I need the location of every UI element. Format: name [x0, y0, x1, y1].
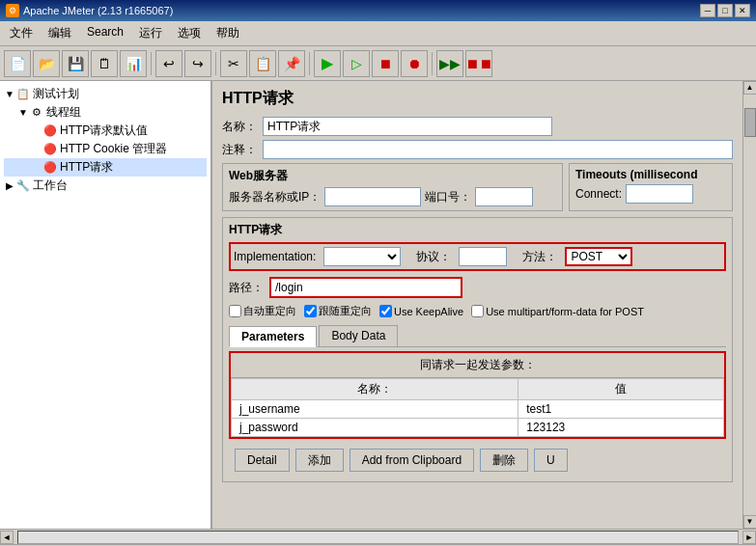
paste-button[interactable]: 📌	[278, 50, 305, 77]
implementation-select[interactable]: HttpClient4 Java	[323, 247, 401, 266]
new-button[interactable]: 📄	[4, 50, 31, 77]
close-button[interactable]: ✕	[735, 4, 750, 17]
server-label: 服务器名称或IP：	[229, 189, 321, 205]
redirect-checkbox[interactable]	[229, 305, 241, 317]
tab-parameters[interactable]: Parameters	[229, 326, 317, 347]
sep4	[432, 52, 433, 75]
stop-button[interactable]: ⏹	[372, 50, 399, 77]
follow-checkbox[interactable]	[304, 305, 317, 317]
comment-input[interactable]	[263, 140, 733, 159]
tabs-row: Parameters Body Data	[229, 325, 726, 347]
httpreq-icon: 🔴	[42, 160, 58, 176]
maximize-button[interactable]: □	[717, 4, 733, 17]
play-button[interactable]: ▶	[314, 50, 341, 77]
scroll-right-arrow[interactable]: ►	[742, 531, 756, 544]
httpcookie-icon: 🔴	[42, 142, 58, 157]
delete-button[interactable]: 删除	[480, 449, 528, 472]
export-button[interactable]: 📊	[120, 50, 147, 77]
tab-bodydata[interactable]: Body Data	[319, 325, 398, 346]
tree-item-threadgroup[interactable]: ▼ ⚙ 线程组	[4, 103, 207, 122]
keepalive-checkbox[interactable]	[379, 305, 392, 317]
tree-item-workbench[interactable]: ▶ 🔧 工作台	[4, 177, 207, 195]
menubar: 文件编辑Search运行选项帮助	[0, 21, 756, 46]
redo-button[interactable]: ↪	[184, 50, 211, 77]
expand-icon: ▼	[4, 89, 15, 99]
connect-label: Connect:	[575, 187, 622, 201]
scroll-down-arrow[interactable]: ▼	[743, 515, 757, 529]
titlebar-controls[interactable]: ─ □ ✕	[700, 4, 750, 17]
play-check-button[interactable]: ▷	[343, 50, 370, 77]
saveas-button[interactable]: 🗒	[91, 50, 118, 77]
tree-item-httpdefault[interactable]: 🔴 HTTP请求默认值	[4, 122, 207, 140]
multipart-checkbox[interactable]	[471, 305, 484, 317]
copy-button[interactable]: 📋	[249, 50, 276, 77]
param-name-1: j_password	[232, 419, 518, 437]
h-scrollbar-track[interactable]	[17, 531, 739, 544]
cut-button[interactable]: ✂	[220, 50, 247, 77]
sep2	[215, 52, 216, 75]
port-input[interactable]	[475, 187, 533, 206]
param-row-0: j_username test1	[232, 400, 724, 419]
minimize-button[interactable]: ─	[700, 4, 715, 17]
menubar-item-运行[interactable]: 运行	[133, 23, 168, 43]
up-button[interactable]: U	[534, 449, 568, 472]
comment-label: 注释：	[222, 142, 257, 158]
main-layout: ▼ 📋 测试计划 ▼ ⚙ 线程组 🔴 HTTP请求默认值 🔴 HTTP Cook…	[0, 81, 756, 529]
menubar-item-编辑[interactable]: 编辑	[42, 23, 77, 43]
keepalive-checkbox-label[interactable]: Use KeepAlive	[379, 305, 463, 317]
protocol-label: 协议：	[416, 249, 451, 265]
add-from-clipboard-button[interactable]: Add from Clipboard	[350, 449, 474, 472]
window-title: Apache JMeter (2.13 r1665067)	[23, 5, 173, 16]
menubar-item-帮助[interactable]: 帮助	[210, 23, 245, 43]
params-header: 同请求一起发送参数：	[231, 353, 724, 378]
tree-label-workbench: 工作台	[33, 177, 68, 194]
stop-now-button[interactable]: ⏺	[401, 50, 428, 77]
httpdefault-icon: 🔴	[42, 123, 58, 139]
path-input[interactable]	[269, 277, 462, 298]
name-input[interactable]	[263, 117, 552, 136]
checkbox-row: 自动重定向 跟随重定向 Use KeepAlive Use multipart/…	[229, 301, 726, 321]
toolbar: 📄 📂 💾 🗒 📊 ↩ ↪ ✂ 📋 📌 ▶ ▷ ⏹ ⏺ ▶▶ ⏹⏹	[0, 46, 756, 81]
path-row: 路径：	[229, 274, 726, 301]
add-button[interactable]: 添加	[295, 449, 344, 472]
follow-checkbox-label[interactable]: 跟随重定向	[304, 304, 372, 318]
threadgroup-icon: ⚙	[29, 105, 44, 121]
horizontal-scrollbar[interactable]: ◄ ►	[0, 529, 756, 544]
redirect-checkbox-label[interactable]: 自动重定向	[229, 304, 296, 318]
protocol-input[interactable]	[459, 247, 507, 266]
menubar-item-文件[interactable]: 文件	[4, 23, 39, 43]
menubar-item-选项[interactable]: 选项	[172, 23, 207, 43]
scroll-thumb[interactable]	[744, 108, 756, 137]
open-button[interactable]: 📂	[33, 50, 60, 77]
save-button[interactable]: 💾	[62, 50, 89, 77]
app-icon: ⚙	[6, 4, 19, 17]
scroll-left-arrow[interactable]: ◄	[0, 531, 14, 544]
comment-row: 注释：	[216, 138, 739, 161]
sep1	[151, 52, 152, 75]
detail-button[interactable]: Detail	[235, 449, 290, 472]
method-label: 方法：	[522, 249, 557, 265]
http-request-header: HTTP请求	[229, 222, 726, 238]
tree-item-httpreq[interactable]: 🔴 HTTP请求	[4, 158, 207, 177]
remote-start-all-button[interactable]: ▶▶	[436, 50, 463, 77]
param-name-0: j_username	[232, 400, 518, 419]
tree-item-httpcookie[interactable]: 🔴 HTTP Cookie 管理器	[4, 140, 207, 158]
port-label: 端口号：	[425, 189, 471, 205]
param-value-1: 123123	[518, 419, 724, 437]
method-select[interactable]: POST GET PUT DELETE	[565, 247, 632, 266]
remote-stop-all-button[interactable]: ⏹⏹	[465, 50, 492, 77]
params-table: 名称： 值 j_username test1 j_password 123123	[231, 378, 724, 437]
panel-title: HTTP请求	[216, 85, 739, 115]
implementation-label: Implementation:	[234, 250, 316, 263]
connect-input[interactable]	[626, 184, 693, 204]
server-input[interactable]	[324, 187, 421, 206]
scroll-up-arrow[interactable]: ▲	[743, 81, 757, 95]
multipart-checkbox-label[interactable]: Use multipart/form-data for POST	[471, 305, 644, 317]
tree-label-httpreq: HTTP请求	[60, 159, 113, 176]
tree-item-testplan[interactable]: ▼ 📋 测试计划	[4, 85, 207, 103]
menubar-item-Search[interactable]: Search	[81, 23, 129, 43]
vertical-scrollbar[interactable]: ▲ ▼	[742, 81, 756, 529]
col-value: 值	[518, 379, 724, 400]
params-section: 同请求一起发送参数： 名称： 值 j_username test1	[229, 351, 726, 439]
undo-button[interactable]: ↩	[155, 50, 182, 77]
